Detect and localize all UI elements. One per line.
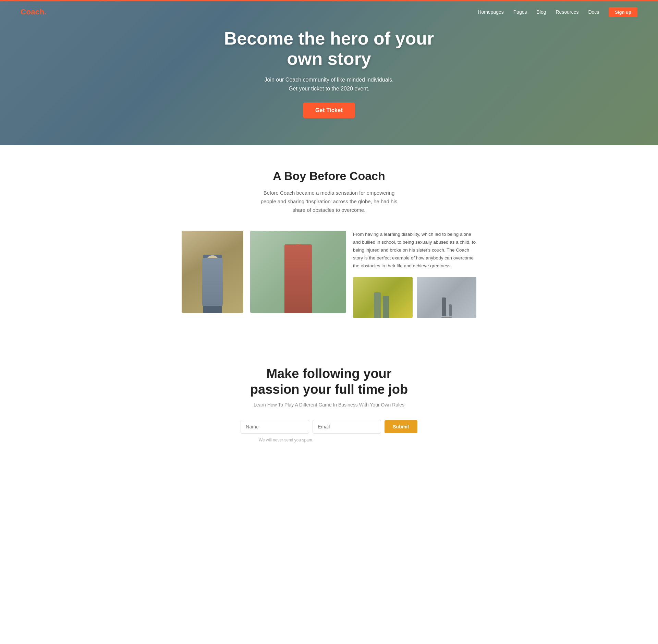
name-input[interactable] xyxy=(241,420,309,434)
nav-link-resources[interactable]: Resources xyxy=(556,9,579,15)
passion-heading: Make following your passion your full ti… xyxy=(21,366,637,397)
nav-link-homepages[interactable]: Homepages xyxy=(478,9,504,15)
hero-title: Become the hero of your own story xyxy=(224,28,434,70)
email-input[interactable] xyxy=(313,420,381,434)
get-ticket-button[interactable]: Get Ticket xyxy=(303,102,355,118)
boy-image-1 xyxy=(182,231,243,313)
passion-heading-line1: Make following your xyxy=(266,366,391,381)
hero-content: Become the hero of your own story Join o… xyxy=(217,28,441,119)
nav-item-homepages[interactable]: Homepages xyxy=(478,9,504,15)
nav-item-pages[interactable]: Pages xyxy=(513,9,527,15)
hero-subtitle-line2: Get your ticket to the 2020 event. xyxy=(289,86,369,92)
nav-item-blog[interactable]: Blog xyxy=(536,9,546,15)
nav-signup-link[interactable]: Sign up xyxy=(609,7,637,17)
boy-grid: From having a learning disability, which… xyxy=(182,231,476,318)
passion-heading-line2: passion your full time job xyxy=(250,382,408,397)
hero-subtitle: Join our Coach community of like-minded … xyxy=(224,75,434,93)
submit-button[interactable]: Submit xyxy=(385,420,417,433)
passion-section: Make following your passion your full ti… xyxy=(0,339,658,466)
boy-image-3 xyxy=(353,277,413,318)
logo-text: Coach xyxy=(21,8,45,16)
nav-item-resources[interactable]: Resources xyxy=(556,9,579,15)
boy-image-2 xyxy=(250,231,346,313)
spam-note: We will never send you spam. xyxy=(255,438,403,442)
nav-link-docs[interactable]: Docs xyxy=(588,9,599,15)
hero-section: Coach. Homepages Pages Blog Resources Do… xyxy=(0,1,658,145)
hero-subtitle-line1: Join our Coach community of like-minded … xyxy=(264,77,393,83)
boy-small-images xyxy=(353,277,476,318)
hero-title-line1: Become the hero of your xyxy=(224,28,434,48)
logo-dot: . xyxy=(45,8,47,16)
boy-heading: A Boy Before Coach xyxy=(21,169,637,183)
boy-subtitle: Before Coach became a media sensation fo… xyxy=(260,189,398,214)
nav-link-pages[interactable]: Pages xyxy=(513,9,527,15)
boy-body-text: From having a learning disability, which… xyxy=(353,231,476,270)
nav-links: Homepages Pages Blog Resources Docs Sign… xyxy=(478,9,637,15)
main-nav: Coach. Homepages Pages Blog Resources Do… xyxy=(0,1,658,23)
logo[interactable]: Coach. xyxy=(21,8,47,16)
boy-section: A Boy Before Coach Before Coach became a… xyxy=(0,145,658,339)
signup-form: Submit xyxy=(21,420,637,434)
nav-link-blog[interactable]: Blog xyxy=(536,9,546,15)
passion-subtitle: Learn How To Play A Different Game In Bu… xyxy=(21,402,637,408)
nav-item-signup[interactable]: Sign up xyxy=(609,9,637,15)
boy-image-4 xyxy=(417,277,476,318)
boy-right-column: From having a learning disability, which… xyxy=(353,231,476,318)
hero-title-line2: own story xyxy=(287,49,371,69)
nav-item-docs[interactable]: Docs xyxy=(588,9,599,15)
